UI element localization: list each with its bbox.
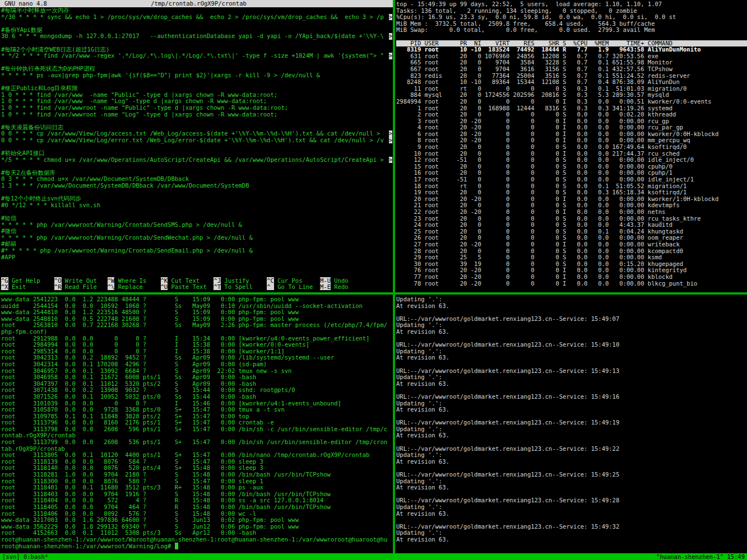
terminal-line xyxy=(396,34,747,40)
terminal-line: Updating '.': xyxy=(396,374,747,381)
terminal-line: 1 0 * * * find /var/wwwroot -name "Publi… xyxy=(1,105,393,111)
terminal-line: top - 15:49:39 up 99 days, 22:52, 5 user… xyxy=(396,1,747,8)
terminal-line: 8248 root 10 -10 89364 15344 12108 S 0.7… xyxy=(396,79,747,86)
text-segment: * */2 * * * find /var/www -regex '.*/Log… xyxy=(1,52,384,59)
nano-key-cur-pos: ^C xyxy=(267,277,274,284)
terminal-line: At revision 63. xyxy=(396,459,747,465)
nano-shortcut-bar[interactable]: ^G Get Help ^O Write Out ^W Where Is ^K … xyxy=(1,278,393,291)
terminal-line: www-data 2541223 0.0 1.2 223488 48444 ? … xyxy=(1,296,393,303)
text-segment: Go To Line xyxy=(274,283,320,290)
terminal-line: * * * * * ps -aux|grep php-fpm|awk '{if(… xyxy=(1,72,393,79)
text-segment: Redo xyxy=(331,283,349,290)
terminal-line: 77 root 20 -20 0 0 0 I 0.0 0.0 0:00.00 k… xyxy=(396,274,747,281)
terminal-line: URL:--/var/wwwroot/goldmarket.renxiang12… xyxy=(396,524,747,530)
nano-key-replace: ^\ xyxy=(108,283,115,290)
terminal-line: root 3071526 0.0 0.1 10952 5032 pts/0 Ss… xyxy=(1,394,393,400)
terminal-line: #短信 xyxy=(1,215,393,222)
terminal-line: * */2 * * * find /var/www -regex '.*/Log… xyxy=(1,53,393,59)
terminal-line: At revision 63. xyxy=(396,381,747,388)
nano-key-go-to-line: ^_ xyxy=(267,283,274,290)
terminal-line: URL:--/var/wwwroot/goldmarket.renxiang12… xyxy=(396,316,747,323)
tmux-vertical-pane-border[interactable] xyxy=(393,0,395,553)
nano-key-get-help: ^G xyxy=(1,277,8,284)
terminal-line: root 3046958 0.0 0.1 11672 6008 pts/1 Ss… xyxy=(1,374,393,381)
text-segment: */5 * * * * chmod u+x /var/www/Operation… xyxy=(1,156,384,163)
terminal-line: MiB Swap: 0.0 total, 0.0 free, 0.0 used.… xyxy=(396,27,747,34)
terminal-line: php-fpm.conf) xyxy=(1,329,393,335)
tmux-screen: GNU nano 4.8 /tmp/crontab.rOgX9P/crontab… xyxy=(0,0,747,560)
text-segment: Cur Pos xyxy=(274,277,320,284)
text-segment: 30 6 * * * mongodump -h 127.0.0.1:27017 … xyxy=(1,32,384,39)
top-process-monitor-pane[interactable]: top - 15:49:39 up 99 days, 22:52, 5 user… xyxy=(396,1,747,292)
tmux-hostname-clock: "huanan-shenzhen-1" 15:49 xyxy=(656,553,745,560)
terminal-line: Updating '.': xyxy=(396,296,747,303)
terminal-line xyxy=(1,143,393,150)
terminal-line: ^X Exit ^R Read File ^\ Replace ^U Paste… xyxy=(1,284,393,291)
text-segment: 0 0 * * * cp /var/www/View/Log/access.tx… xyxy=(1,130,384,137)
terminal-line: At revision 63. xyxy=(396,354,747,361)
text-segment: 0 0 * * * cp /var/www/View/Log/error.txt… xyxy=(1,137,384,143)
nano-key-to-spell: ^T xyxy=(214,283,221,290)
terminal-line xyxy=(1,163,393,170)
terminal-line: root 2984994 0.0 0.0 0 0 ? I 15:38 0:00 … xyxy=(1,342,393,348)
terminal-line: 0 0 * * * cp /var/www/View/Log/error.txt… xyxy=(1,137,393,144)
terminal-line: 29 root 25 5 0 0 0 S 0.0 0.0 0:00.00 ksm… xyxy=(396,254,747,261)
text-segment: Write Out xyxy=(62,277,108,284)
tmux-session-window-label[interactable]: [svn] 0:bash* xyxy=(2,553,48,560)
nano-key-exit: ^X xyxy=(1,283,8,290)
line-continuation-marker: > xyxy=(389,14,392,21)
svn-update-log-pane[interactable]: Updating '.':At revision 63.URL:--/var/w… xyxy=(396,296,747,553)
terminal-line: Updating '.': xyxy=(396,504,747,511)
terminal-line: #APP xyxy=(1,254,393,261)
terminal-line: URL:--/var/wwwroot/goldmarket.renxiang12… xyxy=(396,472,747,478)
terminal-line xyxy=(1,20,393,27)
terminal-line: 667 root 20 0 9704 3616 3156 S 0.7 0.1 4… xyxy=(396,66,747,73)
terminal-line: root 3118281 1.0 0.0 9704 2180 ? S 15:48… xyxy=(1,472,393,478)
nano-key-cut-text: ^K xyxy=(161,277,168,284)
terminal-line: At revision 63. xyxy=(396,511,747,517)
terminal-line: 8319 root 10 -10 183524 74492 18444 R 7.… xyxy=(396,46,747,53)
nano-key-paste-text: ^U xyxy=(161,283,168,290)
tmux-horizontal-pane-border[interactable] xyxy=(0,292,747,295)
terminal-line: root 2563810 0.0 0.7 222168 30268 ? Ss M… xyxy=(1,322,393,329)
terminal-line: 22 root 20 -20 0 0 0 I 0.0 0.0 0:00.00 n… xyxy=(396,209,747,216)
terminal-line: 1 3 * * * /var/www/Document/SystemDB/DBb… xyxy=(1,183,393,189)
terminal-line: root 3118405 0.0 0.0 9704 464 ? R 15:48 … xyxy=(1,504,393,511)
terminal-line: URL:--/var/wwwroot/goldmarket.renxiang12… xyxy=(396,446,747,452)
terminal-line: At revision 63. xyxy=(396,407,747,413)
terminal-line: 2 root 20 0 0 0 0 S 0.0 0.0 0:02.20 kthr… xyxy=(396,111,747,118)
terminal-line: URL:--/var/wwwroot/goldmarket.renxiang12… xyxy=(396,342,747,348)
terminal-line: * * * * * php /var/wwwroot/Warning/Cront… xyxy=(1,235,393,241)
shell-ps-output-pane[interactable]: www-data 2541223 0.0 1.2 223488 48444 ? … xyxy=(1,296,393,553)
terminal-line: */5 * * * * chmod u+x /var/www/Operation… xyxy=(1,157,393,164)
nano-key-undo: M-U xyxy=(320,277,331,284)
terminal-line: At revision 63. xyxy=(396,432,747,439)
terminal-line: At revision 63. xyxy=(396,329,747,335)
terminal-line: URL:--/var/wwwroot/goldmarket.renxiang12… xyxy=(396,497,747,504)
terminal-line: 27 root 20 -20 0 0 0 I 0.0 0.0 0:00.00 w… xyxy=(396,241,747,248)
terminal-line: 2984994 root 20 0 0 0 0 I 0.3 0.0 0:00.5… xyxy=(396,99,747,105)
nano-filename: /tmp/crontab.rOgX9P/crontab xyxy=(151,0,247,7)
nano-buffer[interactable]: #每隔半小时释放一次内存*/30 * * * * sync && echo 1 … xyxy=(1,7,393,260)
nano-key-where-is: ^W xyxy=(108,277,115,284)
terminal-line: At revision 63. xyxy=(396,536,747,543)
text-segment: Paste Text xyxy=(168,283,214,290)
terminal-line: 17 root -51 0 0 0 0 S 0.0 0.0 0:00.00 id… xyxy=(396,176,747,183)
terminal-line: */30 * * * * sync && echo 1 > /proc/sys/… xyxy=(1,14,393,21)
nano-editor-pane[interactable]: GNU nano 4.8 /tmp/crontab.rOgX9P/crontab… xyxy=(0,0,393,292)
terminal-line xyxy=(1,40,393,46)
text-segment: Get Help xyxy=(8,277,54,284)
nano-key-justify: ^J xyxy=(214,277,221,284)
terminal-line xyxy=(396,439,747,446)
terminal-line: 78 root 20 -20 0 0 0 I 0.0 0.0 0:00.00 b… xyxy=(396,281,747,287)
text-segment: Where Is xyxy=(114,277,160,284)
terminal-line: root 3042314 0.0 0.1 170208 4296 ? S Apr… xyxy=(1,361,393,368)
text-segment: Read File xyxy=(62,283,108,290)
line-continuation-marker: > xyxy=(389,137,392,144)
text-segment: root@huanan-shenzhen-1:/var/wwwroot/Warn… xyxy=(1,543,175,549)
line-continuation-marker: > xyxy=(389,33,392,40)
nano-key-read-file: ^R xyxy=(54,283,62,290)
text-segment: To Spell xyxy=(221,283,267,290)
terminal-line: 9 root 20 0 0 0 0 S 0.0 0.0 167:49.64 ks… xyxy=(396,144,747,151)
text-segment: */30 * * * * sync && echo 1 > /proc/sys/… xyxy=(1,13,384,20)
